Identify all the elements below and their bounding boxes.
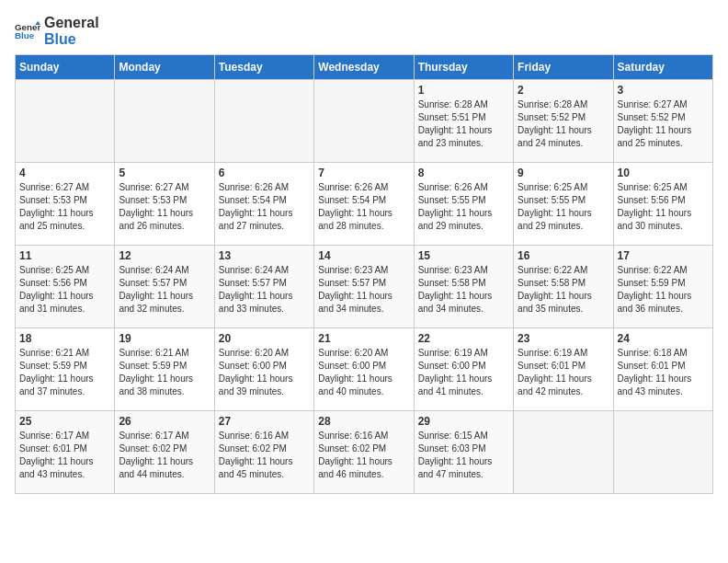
day-info: Sunrise: 6:16 AM Sunset: 6:02 PM Dayligh… (318, 430, 409, 481)
header-saturday: Saturday (613, 55, 712, 80)
day-number: 11 (19, 249, 110, 262)
day-cell: 28Sunrise: 6:16 AM Sunset: 6:02 PM Dayli… (314, 411, 414, 494)
header-tuesday: Tuesday (214, 55, 313, 80)
day-cell (16, 80, 115, 163)
day-cell (314, 80, 414, 163)
day-number: 4 (19, 167, 110, 179)
logo-general: General (44, 15, 99, 31)
day-cell: 22Sunrise: 6:19 AM Sunset: 6:00 PM Dayli… (414, 328, 513, 411)
day-cell: 8Sunrise: 6:26 AM Sunset: 5:55 PM Daylig… (414, 163, 513, 246)
svg-text:Blue: Blue (15, 30, 35, 40)
day-cell: 4Sunrise: 6:27 AM Sunset: 5:53 PM Daylig… (16, 163, 115, 246)
day-info: Sunrise: 6:24 AM Sunset: 5:57 PM Dayligh… (119, 264, 210, 316)
day-cell: 23Sunrise: 6:19 AM Sunset: 6:01 PM Dayli… (514, 328, 613, 411)
day-number: 26 (119, 415, 210, 428)
week-row-3: 11Sunrise: 6:25 AM Sunset: 5:56 PM Dayli… (16, 246, 713, 328)
day-info: Sunrise: 6:22 AM Sunset: 5:59 PM Dayligh… (618, 264, 709, 316)
day-cell: 15Sunrise: 6:23 AM Sunset: 5:58 PM Dayli… (414, 246, 513, 328)
header-row: SundayMondayTuesdayWednesdayThursdayFrid… (16, 55, 713, 80)
day-cell: 18Sunrise: 6:21 AM Sunset: 5:59 PM Dayli… (16, 328, 115, 411)
day-number: 16 (518, 249, 609, 262)
day-cell: 11Sunrise: 6:25 AM Sunset: 5:56 PM Dayli… (16, 246, 115, 328)
day-cell: 17Sunrise: 6:22 AM Sunset: 5:59 PM Dayli… (613, 246, 712, 328)
day-number: 23 (518, 332, 609, 345)
calendar-table: SundayMondayTuesdayWednesdayThursdayFrid… (15, 54, 713, 494)
week-row-2: 4Sunrise: 6:27 AM Sunset: 5:53 PM Daylig… (16, 163, 713, 246)
day-info: Sunrise: 6:25 AM Sunset: 5:55 PM Dayligh… (518, 181, 609, 233)
day-cell: 29Sunrise: 6:15 AM Sunset: 6:03 PM Dayli… (414, 411, 513, 494)
day-info: Sunrise: 6:26 AM Sunset: 5:54 PM Dayligh… (219, 181, 310, 233)
day-info: Sunrise: 6:15 AM Sunset: 6:03 PM Dayligh… (418, 430, 509, 481)
day-number: 18 (19, 332, 110, 345)
day-number: 14 (318, 249, 409, 262)
day-cell (514, 411, 613, 494)
header-wednesday: Wednesday (314, 55, 414, 80)
day-info: Sunrise: 6:24 AM Sunset: 5:57 PM Dayligh… (219, 264, 310, 316)
day-number: 7 (318, 167, 409, 179)
day-cell: 16Sunrise: 6:22 AM Sunset: 5:58 PM Dayli… (514, 246, 613, 328)
day-number: 1 (418, 84, 509, 97)
header-monday: Monday (115, 55, 214, 80)
day-number: 15 (418, 249, 509, 262)
day-cell: 21Sunrise: 6:20 AM Sunset: 6:00 PM Dayli… (314, 328, 414, 411)
week-row-1: 1Sunrise: 6:28 AM Sunset: 5:51 PM Daylig… (16, 80, 713, 163)
week-row-5: 25Sunrise: 6:17 AM Sunset: 6:01 PM Dayli… (16, 411, 713, 494)
day-info: Sunrise: 6:27 AM Sunset: 5:53 PM Dayligh… (19, 181, 110, 233)
logo-icon: General Blue (15, 18, 40, 44)
day-info: Sunrise: 6:27 AM Sunset: 5:52 PM Dayligh… (618, 98, 709, 150)
day-info: Sunrise: 6:17 AM Sunset: 6:02 PM Dayligh… (119, 430, 210, 481)
header: General Blue General Blue (15, 15, 713, 47)
day-info: Sunrise: 6:25 AM Sunset: 5:56 PM Dayligh… (19, 264, 110, 316)
day-cell: 20Sunrise: 6:20 AM Sunset: 6:00 PM Dayli… (214, 328, 313, 411)
day-number: 22 (418, 332, 509, 345)
day-cell: 19Sunrise: 6:21 AM Sunset: 5:59 PM Dayli… (115, 328, 214, 411)
day-cell: 5Sunrise: 6:27 AM Sunset: 5:53 PM Daylig… (115, 163, 214, 246)
day-info: Sunrise: 6:18 AM Sunset: 6:01 PM Dayligh… (618, 347, 709, 398)
day-number: 12 (119, 249, 210, 262)
day-info: Sunrise: 6:28 AM Sunset: 5:52 PM Dayligh… (518, 98, 609, 150)
day-info: Sunrise: 6:17 AM Sunset: 6:01 PM Dayligh… (19, 430, 110, 481)
day-number: 8 (418, 167, 509, 179)
day-info: Sunrise: 6:20 AM Sunset: 6:00 PM Dayligh… (318, 347, 409, 398)
day-number: 27 (219, 415, 310, 428)
day-info: Sunrise: 6:22 AM Sunset: 5:58 PM Dayligh… (518, 264, 609, 316)
day-cell: 26Sunrise: 6:17 AM Sunset: 6:02 PM Dayli… (115, 411, 214, 494)
day-cell: 14Sunrise: 6:23 AM Sunset: 5:57 PM Dayli… (314, 246, 414, 328)
day-number: 10 (618, 167, 709, 179)
day-cell (613, 411, 712, 494)
day-info: Sunrise: 6:25 AM Sunset: 5:56 PM Dayligh… (618, 181, 709, 233)
day-cell: 27Sunrise: 6:16 AM Sunset: 6:02 PM Dayli… (214, 411, 313, 494)
day-number: 21 (318, 332, 409, 345)
day-info: Sunrise: 6:26 AM Sunset: 5:54 PM Dayligh… (318, 181, 409, 233)
day-cell: 1Sunrise: 6:28 AM Sunset: 5:51 PM Daylig… (414, 80, 513, 163)
day-info: Sunrise: 6:21 AM Sunset: 5:59 PM Dayligh… (119, 347, 210, 398)
day-cell: 12Sunrise: 6:24 AM Sunset: 5:57 PM Dayli… (115, 246, 214, 328)
day-number: 2 (518, 84, 609, 97)
day-info: Sunrise: 6:27 AM Sunset: 5:53 PM Dayligh… (119, 181, 210, 233)
day-cell (214, 80, 313, 163)
logo-blue: Blue (44, 31, 99, 48)
day-cell: 10Sunrise: 6:25 AM Sunset: 5:56 PM Dayli… (613, 163, 712, 246)
day-cell: 13Sunrise: 6:24 AM Sunset: 5:57 PM Dayli… (214, 246, 313, 328)
day-number: 5 (119, 167, 210, 179)
day-info: Sunrise: 6:23 AM Sunset: 5:57 PM Dayligh… (318, 264, 409, 316)
day-number: 29 (418, 415, 509, 428)
day-cell: 6Sunrise: 6:26 AM Sunset: 5:54 PM Daylig… (214, 163, 313, 246)
day-number: 25 (19, 415, 110, 428)
day-cell: 9Sunrise: 6:25 AM Sunset: 5:55 PM Daylig… (514, 163, 613, 246)
day-info: Sunrise: 6:19 AM Sunset: 6:00 PM Dayligh… (418, 347, 509, 398)
day-cell: 24Sunrise: 6:18 AM Sunset: 6:01 PM Dayli… (613, 328, 712, 411)
day-number: 20 (219, 332, 310, 345)
day-info: Sunrise: 6:23 AM Sunset: 5:58 PM Dayligh… (418, 264, 509, 316)
day-cell: 25Sunrise: 6:17 AM Sunset: 6:01 PM Dayli… (16, 411, 115, 494)
day-number: 6 (219, 167, 310, 179)
header-friday: Friday (514, 55, 613, 80)
day-number: 24 (618, 332, 709, 345)
day-number: 3 (618, 84, 709, 97)
day-info: Sunrise: 6:26 AM Sunset: 5:55 PM Dayligh… (418, 181, 509, 233)
day-number: 17 (618, 249, 709, 262)
day-cell (115, 80, 214, 163)
day-number: 19 (119, 332, 210, 345)
day-number: 28 (318, 415, 409, 428)
week-row-4: 18Sunrise: 6:21 AM Sunset: 5:59 PM Dayli… (16, 328, 713, 411)
